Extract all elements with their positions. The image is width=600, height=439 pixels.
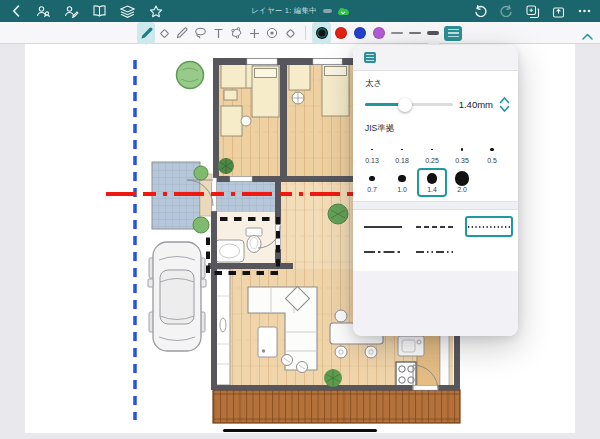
jis-size-row-2: 0.71.01.42.0 <box>353 168 518 197</box>
redo-button[interactable] <box>499 4 514 19</box>
color-swatch[interactable] <box>331 22 350 44</box>
collapse-toolbar-chevron[interactable] <box>582 26 593 44</box>
pencil-tool[interactable] <box>137 22 155 44</box>
jis-size-option[interactable]: 0.7 <box>357 168 387 197</box>
line-style-option[interactable] <box>413 216 457 237</box>
eraser-tool[interactable] <box>281 22 299 44</box>
line-style-option[interactable] <box>361 216 405 237</box>
jis-size-row-1: 0.130.180.250.350.5 <box>353 139 518 168</box>
jis-size-option[interactable]: 0.13 <box>357 139 387 168</box>
jis-size-option[interactable]: 2.0 <box>447 168 477 197</box>
tool-bar <box>0 22 600 44</box>
thickness-slider[interactable] <box>365 103 453 106</box>
home-indicator[interactable] <box>223 429 377 432</box>
color-swatch[interactable] <box>312 22 331 44</box>
line-width-thin[interactable] <box>388 22 406 44</box>
line-style-option[interactable] <box>361 241 405 262</box>
book-icon[interactable] <box>92 4 107 19</box>
top-bar: レイヤー 1: 編集中 <box>0 0 600 22</box>
lasso-tool[interactable] <box>191 22 209 44</box>
edit-person-icon[interactable] <box>64 4 79 19</box>
line-settings-popup: 太さ 1.40mm JIS準拠 0.130.180.250.350.5 0.71… <box>353 45 518 336</box>
target-tool[interactable] <box>263 22 281 44</box>
line-settings-icon[interactable] <box>364 52 376 63</box>
canvas-area: 太さ 1.40mm JIS準拠 0.130.180.250.350.5 0.71… <box>0 44 600 439</box>
more-button[interactable] <box>577 4 592 19</box>
line-style-option[interactable] <box>465 216 513 237</box>
jis-size-option[interactable]: 1.0 <box>387 168 417 197</box>
toolbar-divider <box>305 26 306 40</box>
layers-icon[interactable] <box>120 4 135 19</box>
line-width-medium[interactable] <box>406 22 424 44</box>
thickness-stepper[interactable] <box>499 96 510 113</box>
popover-tab <box>323 9 332 13</box>
add-tool[interactable] <box>245 22 263 44</box>
collaborators-icon[interactable] <box>36 4 51 19</box>
color-swatch[interactable] <box>369 22 388 44</box>
line-style-row-2 <box>361 241 510 262</box>
shape-tool[interactable] <box>227 22 245 44</box>
jis-size-option[interactable]: 1.4 <box>417 168 447 197</box>
undo-button[interactable] <box>473 4 488 19</box>
text-tool[interactable] <box>209 22 227 44</box>
jis-size-option[interactable]: 0.25 <box>417 139 447 168</box>
jis-size-option[interactable]: 0.5 <box>477 139 507 168</box>
popup-header <box>353 45 518 71</box>
popup-empty-area <box>353 271 518 336</box>
thickness-value: 1.40mm <box>459 99 493 110</box>
jis-label: JIS準拠 <box>353 119 518 139</box>
export-button[interactable] <box>551 4 566 19</box>
jis-size-option[interactable]: 0.18 <box>387 139 417 168</box>
line-style-button[interactable] <box>442 22 464 44</box>
cloud-sync-icon <box>338 7 349 15</box>
thickness-label: 太さ <box>353 71 518 94</box>
chisel-marker-tool[interactable] <box>155 22 173 44</box>
document-title: レイヤー 1: 編集中 <box>251 6 317 16</box>
jis-size-option[interactable]: 0.35 <box>447 139 477 168</box>
back-button[interactable] <box>8 4 23 19</box>
slider-thumb[interactable] <box>398 98 412 112</box>
duplicate-button[interactable] <box>525 4 540 19</box>
star-icon[interactable] <box>148 4 163 19</box>
line-style-option[interactable] <box>413 241 457 262</box>
color-swatch[interactable] <box>350 22 369 44</box>
popup-section-divider <box>353 201 518 210</box>
pen-tool[interactable] <box>173 22 191 44</box>
line-style-row-1 <box>361 216 510 237</box>
